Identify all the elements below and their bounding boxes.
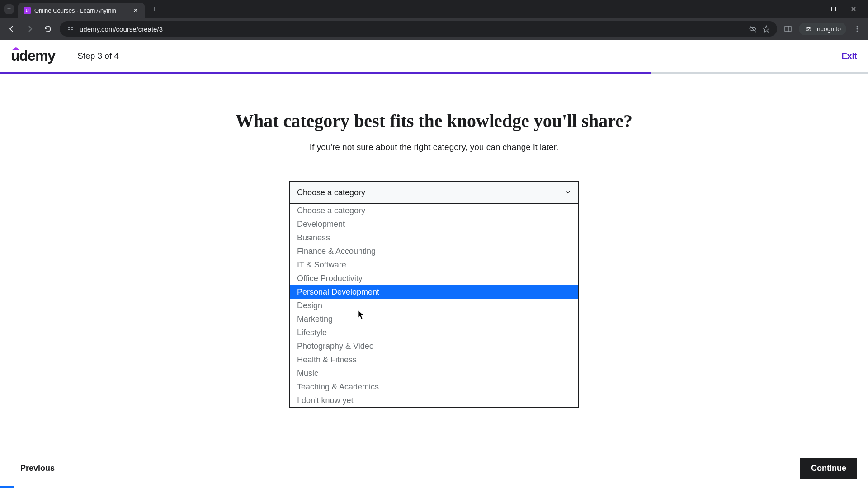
forward-button[interactable] (24, 23, 36, 35)
step-indicator: Step 3 of 4 (66, 51, 130, 61)
maximize-icon[interactable] (828, 4, 839, 14)
svg-point-8 (806, 29, 808, 31)
dropdown-option[interactable]: Lifestyle (290, 326, 578, 339)
svg-rect-2 (68, 27, 70, 28)
window-controls (808, 4, 864, 14)
progress-fill (0, 72, 651, 74)
category-select-wrap: Choose a category Choose a categoryDevel… (289, 181, 579, 408)
address-bar: udemy.com/course/create/3 Incognito (0, 18, 868, 40)
reload-button[interactable] (42, 23, 54, 35)
page-header: ▲udemy Step 3 of 4 Exit (0, 40, 868, 72)
exit-link[interactable]: Exit (830, 51, 868, 61)
incognito-label: Incognito (815, 25, 841, 33)
dropdown-option[interactable]: Music (290, 366, 578, 380)
bookmark-icon[interactable] (762, 24, 771, 33)
tab-favicon-icon: U (24, 7, 31, 14)
page-title: What category best fits the knowledge yo… (236, 110, 632, 131)
minimize-icon[interactable] (808, 4, 819, 14)
page-body: ▲udemy Step 3 of 4 Exit What category be… (0, 40, 868, 488)
close-window-icon[interactable] (848, 4, 859, 14)
back-button[interactable] (5, 23, 18, 35)
dropdown-option[interactable]: Health & Fitness (290, 353, 578, 366)
main-content: What category best fits the knowledge yo… (0, 74, 868, 408)
dropdown-option[interactable]: Teaching & Academics (290, 380, 578, 394)
svg-point-9 (809, 29, 811, 31)
dropdown-option[interactable]: Choose a category (290, 204, 578, 217)
category-dropdown: Choose a categoryDevelopmentBusinessFina… (289, 204, 579, 408)
svg-rect-5 (71, 29, 73, 30)
svg-point-10 (857, 26, 858, 28)
continue-button[interactable]: Continue (800, 458, 857, 479)
category-select[interactable]: Choose a category (289, 181, 579, 204)
select-placeholder: Choose a category (297, 188, 365, 197)
site-info-icon[interactable] (66, 24, 75, 33)
side-panel-icon[interactable] (783, 23, 793, 34)
dropdown-option[interactable]: IT & Software (290, 258, 578, 272)
tab-search-icon[interactable] (4, 4, 14, 14)
incognito-icon (804, 25, 812, 33)
tab-title: Online Courses - Learn Anythin (34, 7, 128, 14)
dropdown-option[interactable]: Development (290, 217, 578, 231)
url-bar[interactable]: udemy.com/course/create/3 (60, 21, 777, 37)
progress-bar (0, 72, 868, 74)
new-tab-button[interactable]: + (148, 3, 161, 15)
svg-rect-6 (785, 26, 791, 32)
dropdown-option[interactable]: Personal Development (290, 285, 578, 299)
svg-point-11 (857, 28, 858, 30)
svg-point-12 (857, 31, 858, 32)
page-subtitle: If you're not sure about the right categ… (310, 142, 558, 152)
svg-rect-3 (68, 29, 70, 30)
svg-rect-4 (71, 27, 73, 28)
footer-nav: Previous Continue (0, 458, 868, 479)
dropdown-option[interactable]: I don't know yet (290, 394, 578, 407)
eye-off-icon[interactable] (748, 24, 757, 33)
close-icon[interactable]: ✕ (132, 7, 139, 14)
taskbar-indicator (0, 486, 14, 488)
dropdown-option[interactable]: Design (290, 299, 578, 312)
dropdown-option[interactable]: Marketing (290, 312, 578, 326)
dropdown-option[interactable]: Photography & Video (290, 339, 578, 353)
logo-text: ▲udemy (11, 47, 55, 64)
incognito-badge[interactable]: Incognito (799, 23, 846, 35)
dropdown-option[interactable]: Business (290, 231, 578, 244)
menu-icon[interactable] (852, 23, 863, 34)
dropdown-option[interactable]: Office Productivity (290, 272, 578, 285)
tab-bar: U Online Courses - Learn Anythin ✕ + (0, 0, 868, 18)
udemy-logo[interactable]: ▲udemy (0, 40, 66, 72)
dropdown-option[interactable]: Finance & Accounting (290, 244, 578, 258)
chevron-down-icon (565, 189, 571, 197)
previous-button[interactable]: Previous (11, 458, 64, 479)
url-text: udemy.com/course/create/3 (80, 25, 744, 33)
browser-chrome: U Online Courses - Learn Anythin ✕ + (0, 0, 868, 40)
svg-rect-1 (832, 7, 836, 11)
browser-tab[interactable]: U Online Courses - Learn Anythin ✕ (18, 3, 145, 18)
